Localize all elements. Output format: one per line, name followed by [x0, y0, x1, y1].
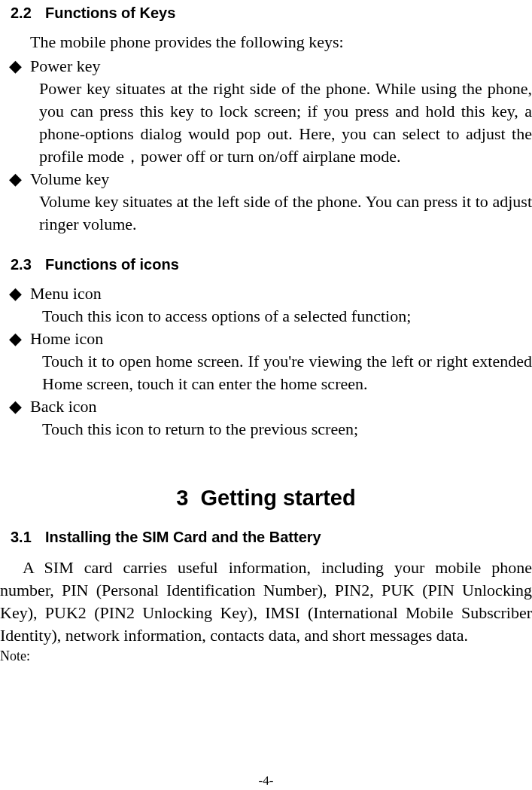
section-2-2-number: 2.2	[11, 5, 45, 22]
section-2-3-heading: 2.3Functions of icons	[11, 256, 532, 273]
list-item: ◆ Menu icon Touch this icon to access op…	[9, 284, 532, 328]
page-number: -4-	[0, 773, 532, 788]
list-item: ◆ Back icon Touch this icon to return to…	[9, 397, 532, 441]
section-3-1-heading: 3.1Installing the SIM Card and the Batte…	[11, 529, 532, 546]
chapter-3-text: Getting started	[200, 486, 355, 510]
item-menu-icon-title: ◆ Menu icon	[9, 284, 532, 303]
diamond-icon: ◆	[9, 331, 30, 347]
chapter-3-number: 3	[176, 486, 188, 511]
section-3-1-paragraph: A SIM card carries useful information, i…	[0, 557, 532, 647]
item-power-key-title: ◆ Power key	[9, 56, 532, 76]
diamond-icon: ◆	[9, 171, 30, 188]
list-item: ◆ Volume key Volume key situates at the …	[9, 169, 532, 236]
item-home-icon-body: Touch it to open home screen. If you're …	[42, 350, 532, 395]
item-home-icon-title: ◆ Home icon	[9, 329, 532, 349]
item-volume-key-body: Volume key situates at the left side of …	[39, 191, 532, 236]
diamond-icon: ◆	[9, 58, 30, 75]
diamond-icon: ◆	[9, 285, 30, 302]
section-3-1-title: Installing the SIM Card and the Battery	[45, 529, 321, 545]
chapter-3-title: 3Getting started	[0, 486, 532, 511]
section-2-2-heading: 2.2Functions of Keys	[11, 5, 532, 22]
item-power-key-body: Power key situates at the right side of …	[39, 78, 532, 168]
section-2-3-number: 2.3	[11, 256, 45, 273]
list-item: ◆ Home icon Touch it to open home screen…	[9, 329, 532, 395]
item-menu-icon-body: Touch this icon to access options of a s…	[42, 305, 532, 328]
item-back-icon-body: Touch this icon to return to the previou…	[42, 418, 532, 441]
diamond-icon: ◆	[9, 398, 30, 415]
item-volume-key-title: ◆ Volume key	[9, 169, 532, 189]
section-2-2-title: Functions of Keys	[45, 5, 175, 21]
section-2-2-intro: The mobile phone provides the following …	[30, 32, 532, 52]
section-2-3-title: Functions of icons	[45, 256, 179, 273]
note-label: Note:	[0, 648, 532, 664]
section-3-1-number: 3.1	[11, 529, 45, 546]
list-item: ◆ Power key Power key situates at the ri…	[9, 56, 532, 168]
page: 2.2Functions of Keys The mobile phone pr…	[0, 5, 532, 790]
item-back-icon-title: ◆ Back icon	[9, 397, 532, 416]
